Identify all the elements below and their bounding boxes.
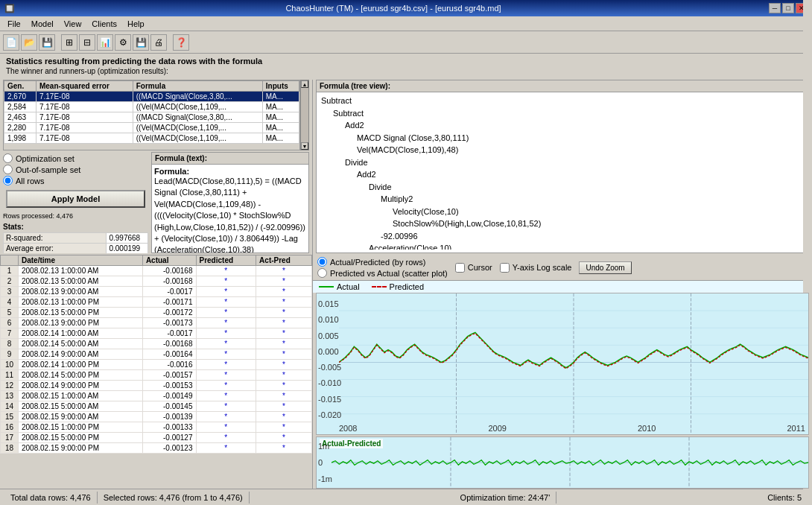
data-row[interactable]: 52008.02.13 5:00:00 PM-0.00172** xyxy=(1,308,312,318)
results-cell-gen: 2,584 xyxy=(4,102,37,112)
toolbar-chart[interactable]: 📊 xyxy=(97,34,113,51)
yaxis-checkbox[interactable] xyxy=(500,263,510,273)
radio-allrows-input[interactable] xyxy=(3,176,13,185)
toolbar-grid2[interactable]: ⊟ xyxy=(79,34,95,51)
data-cell-actpred: * xyxy=(256,276,312,287)
data-row[interactable]: 102008.02.14 1:00:00 PM-0.0016** xyxy=(1,360,312,370)
rows-processed: Rows processed: 4,476 xyxy=(3,211,148,221)
results-cell-formula: ((Vel(MACD(Close,1,109,... xyxy=(133,102,262,112)
menu-view[interactable]: View xyxy=(60,18,86,30)
title-icon: 🔲 xyxy=(4,4,15,13)
data-cell-actual: -0.0017 xyxy=(142,328,196,339)
radio-oos[interactable]: Out-of-sample set xyxy=(3,165,148,174)
menu-model[interactable]: Model xyxy=(27,18,58,30)
menu-clients[interactable]: Clients xyxy=(87,18,121,30)
data-cell-actual: -0.00164 xyxy=(142,349,196,360)
data-row[interactable]: 152008.02.15 9:00:00 AM-0.00139** xyxy=(1,412,312,422)
col-gen: Gen. xyxy=(4,81,37,92)
results-scrollbar[interactable]: ▲ ▼ xyxy=(300,80,309,150)
toolbar-print[interactable]: 🖨 xyxy=(150,34,167,51)
maximize-button[interactable]: □ xyxy=(782,3,794,13)
data-row[interactable]: 162008.02.15 1:00:00 PM-0.00133** xyxy=(1,422,312,433)
residual-0: 0 xyxy=(318,458,332,467)
x-label-2008: 2008 xyxy=(339,424,357,433)
status-selected-rows: Selected rows: 4,476 (from 1 to 4,476) xyxy=(98,492,250,504)
formula-label: Formula: xyxy=(154,167,306,176)
results-row[interactable]: 2,4637.17E-08((MACD Signal(Close,3,80,..… xyxy=(4,112,299,123)
toolbar-export[interactable]: 💾 xyxy=(133,34,149,51)
yaxis-checkbox-area[interactable]: Y-axis Log scale xyxy=(500,263,572,273)
results-cell-formula: ((MACD Signal(Close,3,80,... xyxy=(133,92,262,102)
toolbar-help[interactable]: ❓ xyxy=(173,34,189,51)
data-row[interactable]: 32008.02.13 9:00:00 AM-0.0017** xyxy=(1,287,312,297)
results-cell-inputs: MA... xyxy=(262,123,299,133)
results-cell-mse: 7.17E-08 xyxy=(36,112,133,123)
col-num xyxy=(1,255,19,266)
radio-optimization-label: Optimization set xyxy=(16,154,74,163)
data-cell-actpred: * xyxy=(256,370,312,381)
toolbar-grid[interactable]: ⊞ xyxy=(61,34,77,51)
data-row[interactable]: 132008.02.15 1:00:00 AM-0.00149** xyxy=(1,391,312,401)
radio-optimization-input[interactable] xyxy=(3,153,13,163)
data-cell-date: 2008.02.13 5:00:00 AM xyxy=(19,276,143,287)
legend-actual: Actual xyxy=(319,282,360,291)
data-row[interactable]: 92008.02.14 9:00:00 AM-0.00164** xyxy=(1,349,312,360)
data-row[interactable]: 42008.02.13 1:00:00 PM-0.00171** xyxy=(1,297,312,308)
apply-model-button[interactable]: Apply Model xyxy=(6,190,145,208)
toolbar-save[interactable]: 💾 xyxy=(39,34,55,51)
data-row[interactable]: 72008.02.14 1:00:00 AM-0.0017** xyxy=(1,328,312,339)
data-table-scroll[interactable]: Date/time Actual Predicted Act-Pred 1200… xyxy=(0,255,312,489)
x-label-2011: 2011 xyxy=(787,424,805,433)
toolbar-new[interactable]: 📄 xyxy=(3,34,19,51)
toolbar-open[interactable]: 📂 xyxy=(21,34,37,51)
cursor-checkbox[interactable] xyxy=(455,263,465,273)
results-row[interactable]: 2,6707.17E-08((MACD Signal(Close,3,80,..… xyxy=(4,92,299,102)
results-cell-gen: 2,280 xyxy=(4,123,37,133)
radio-allrows[interactable]: All rows xyxy=(3,176,148,185)
col-inputs: Inputs xyxy=(262,81,299,92)
tree-node: Acceleration(Close,10) xyxy=(321,242,804,250)
chart-panel: Actual/Predicted (by rows) Predicted vs … xyxy=(313,255,812,489)
data-row[interactable]: 82008.02.14 5:00:00 AM-0.00168** xyxy=(1,339,312,349)
data-row[interactable]: 62008.02.13 9:00:00 PM-0.00173** xyxy=(1,318,312,328)
radio-optimization[interactable]: Optimization set xyxy=(3,153,148,163)
data-row[interactable]: 112008.02.14 5:00:00 PM-0.00157** xyxy=(1,370,312,381)
y-label-0.010: 0.010 xyxy=(318,315,341,324)
formula-content: Lead(MACD(Close,80,111),5) = ((MACD Sign… xyxy=(154,176,306,252)
radio-scatter-input[interactable] xyxy=(317,268,327,278)
results-table: Gen. Mean-squared error Formula Inputs 2… xyxy=(4,80,299,144)
data-row[interactable]: 12008.02.13 1:00:00 AM-0.00168** xyxy=(1,266,312,276)
results-row[interactable]: 1,9987.17E-08((Vel(MACD(Close,1,109,...M… xyxy=(4,133,299,144)
toolbar-settings[interactable]: ⚙ xyxy=(115,34,131,51)
data-cell-actual: -0.00149 xyxy=(142,391,196,401)
menu-help[interactable]: Help xyxy=(123,18,149,30)
main-chart[interactable]: 0.015 0.010 0.005 0.000 -0.005 -0.010 -0… xyxy=(316,293,809,435)
scroll-down-btn[interactable]: ▼ xyxy=(301,142,308,150)
tree-node: MACD Signal (Close,3,80,111) xyxy=(321,132,804,144)
radio-allrows-label: All rows xyxy=(16,177,45,185)
undo-zoom-button[interactable]: Undo Zoom xyxy=(579,261,631,274)
results-row[interactable]: 2,5847.17E-08((Vel(MACD(Close,1,109,...M… xyxy=(4,102,299,112)
menu-file[interactable]: File xyxy=(3,18,25,30)
data-cell-num: 12 xyxy=(1,381,19,391)
results-row[interactable]: 2,2807.17E-08((Vel(MACD(Close,1,109,...M… xyxy=(4,123,299,133)
data-row[interactable]: 172008.02.15 5:00:00 PM-0.00127** xyxy=(1,433,312,443)
data-cell-date: 2008.02.13 1:00:00 PM xyxy=(19,297,143,308)
data-cell-num: 1 xyxy=(1,266,19,276)
data-cell-actpred: * xyxy=(256,412,312,422)
cursor-checkbox-area[interactable]: Cursor xyxy=(455,263,492,273)
radio-actual-predicted-input[interactable] xyxy=(317,257,327,267)
minimize-button[interactable]: ─ xyxy=(769,3,781,13)
data-row[interactable]: 142008.02.15 5:00:00 AM-0.00145** xyxy=(1,401,312,412)
scroll-up-btn[interactable]: ▲ xyxy=(301,80,308,88)
radio-oos-input[interactable] xyxy=(3,165,13,174)
data-row[interactable]: 182008.02.15 9:00:00 PM-0.00123** xyxy=(1,443,312,454)
data-row[interactable]: 122008.02.14 9:00:00 PM-0.00153** xyxy=(1,381,312,391)
data-row[interactable]: 22008.02.13 5:00:00 AM-0.00168** xyxy=(1,276,312,287)
residual-chart[interactable]: Actual-Predicted 1m 0 -1m xyxy=(316,436,809,489)
results-cell-gen: 2,670 xyxy=(4,92,37,102)
tree-node: Divide xyxy=(321,181,804,194)
data-cell-actpred: * xyxy=(256,297,312,308)
radio-actual-predicted[interactable]: Actual/Predicted (by rows) xyxy=(317,257,448,267)
radio-scatter[interactable]: Predicted vs Actual (scatter plot) xyxy=(317,268,448,278)
